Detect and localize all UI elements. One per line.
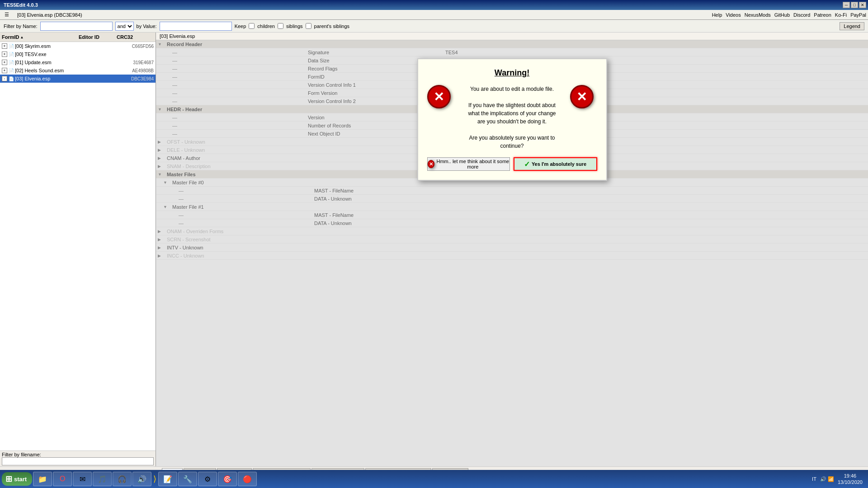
red-x-icon-right: ✕	[570, 85, 594, 108]
warning-icon-right: ✕	[570, 85, 597, 108]
warning-icons-top: ✕ You are about to edit a module file. I…	[427, 85, 597, 150]
filter-by-name-label: Filter by Name:	[4, 23, 38, 29]
filter-bar: Filter by Name: and or not by Value: Kee…	[0, 20, 868, 33]
warning-no-button[interactable]: ✕ Hmm.. let me think about it some more	[427, 157, 510, 171]
red-x-icon-left: ✕	[427, 85, 451, 108]
taskbar-media[interactable]: 🎵	[93, 472, 112, 486]
menu-bar: ☰ [03] Elvenia.esp (DBC3E984) Help Video…	[0, 10, 868, 20]
breadcrumb-bar: [03] Elvenia.esp	[156, 33, 868, 40]
children-checkbox[interactable]	[249, 23, 255, 29]
col-header-editorid[interactable]: Editor ID	[77, 33, 115, 41]
minimize-button[interactable]: ─	[843, 2, 850, 8]
breadcrumb-text: [03] Elvenia.esp	[160, 33, 195, 39]
patreon-link[interactable]: Patreon	[814, 12, 831, 18]
taskbar-headphones[interactable]: 🎧	[113, 472, 132, 486]
warning-buttons: ✕ Hmm.. let me think about it some more …	[427, 157, 597, 171]
filter-name-input[interactable]	[40, 22, 113, 31]
windows-logo: ⊞	[5, 474, 12, 484]
tree-item-crc-heels: AE49808B	[115, 68, 156, 73]
siblings-label: siblings	[286, 23, 303, 29]
file-icon-tesv: 📄	[9, 52, 14, 57]
expand-btn-tesv[interactable]: +	[2, 52, 7, 57]
warning-line4: are you shouldn't be doing it.	[459, 117, 566, 126]
tool1-icon: 🔧	[182, 474, 193, 484]
left-panel-header: FormID ▲ Editor ID CRC32	[0, 33, 156, 42]
clock-time: 19:46	[838, 473, 863, 479]
tree-item-name-tesv: [00] TESV.exe	[15, 52, 115, 57]
and-select[interactable]: and or not	[115, 22, 134, 31]
expand-btn-elvenia[interactable]: -	[2, 76, 7, 81]
filter-filename-input[interactable]	[2, 457, 154, 465]
no-icon: ✕	[428, 160, 435, 168]
yes-button-label: Yes I'm absolutely sure	[532, 161, 586, 167]
taskbar-volume[interactable]: 🔊	[132, 472, 151, 486]
videos-link[interactable]: Videos	[726, 12, 741, 18]
title-bar-controls: ─ □ ✕	[843, 2, 866, 8]
expand-btn-skyrim[interactable]: +	[2, 43, 7, 49]
taskbar-notepad[interactable]: 📝	[158, 472, 177, 486]
start-button[interactable]: ⊞ start	[2, 472, 32, 486]
crc-col-label: CRC32	[117, 34, 133, 40]
maximize-button[interactable]: □	[851, 2, 858, 8]
tree-item-skyrim[interactable]: + 📄 [00] Skyrim.esm C665FD56	[0, 42, 156, 50]
file-icon-elvenia: 📄	[9, 76, 14, 81]
siblings-checkbox[interactable]	[278, 23, 283, 29]
taskbar-app2[interactable]: 🔴	[238, 472, 257, 486]
discord-link[interactable]: Discord	[793, 12, 810, 18]
arrow-icon: ⟩	[153, 474, 156, 484]
explorer-icon: 📁	[37, 474, 48, 484]
clock: 19:46 13/10/2020	[838, 473, 863, 486]
help-link[interactable]: Help	[712, 12, 722, 18]
github-link[interactable]: GitHub	[774, 12, 790, 18]
parents-siblings-label: parent's siblings	[314, 23, 350, 29]
opera-icon: O	[57, 474, 68, 484]
keyboard-layout: IT	[812, 476, 816, 482]
no-button-label: Hmm.. let me think about it some more	[436, 159, 509, 169]
tree-item-name-heels: [02] Heels Sound.esm	[15, 68, 115, 73]
legend-button[interactable]: Legend	[840, 22, 864, 30]
warning-dialog: Warning! ✕ You are about to edit a modul…	[417, 58, 607, 181]
taskbar-app1[interactable]: 🎯	[218, 472, 237, 486]
kofi-link[interactable]: Ko-Fi	[835, 12, 847, 18]
taskbar-right: IT 🔊 📶 19:46 13/10/2020	[812, 473, 866, 486]
expand-btn-heels[interactable]: +	[2, 68, 7, 73]
file-icon-heels: 📄	[9, 68, 14, 73]
tree-item-crc-update: 319E4687	[115, 60, 156, 65]
nexusmods-link[interactable]: NexusMods	[745, 12, 771, 18]
col-header-crc[interactable]: CRC32	[115, 33, 156, 41]
yes-icon: ✓	[524, 160, 530, 169]
main-layout: FormID ▲ Editor ID CRC32 + 📄 [00] Skyrim…	[0, 33, 868, 466]
expand-btn-update[interactable]: +	[2, 60, 7, 65]
parents-siblings-checkbox[interactable]	[306, 23, 311, 29]
taskbar-tool1[interactable]: 🔧	[178, 472, 197, 486]
tree-item-update[interactable]: + 📄 [01] Update.esm 319E4687	[0, 58, 156, 66]
hamburger-menu[interactable]: ☰	[2, 11, 12, 19]
tree-item-name-elvenia: [03] Elvenia.esp	[15, 76, 115, 81]
taskbar-explorer[interactable]: 📁	[33, 472, 52, 486]
taskbar-icons-area: 🔊 📶	[820, 476, 834, 482]
left-panel-footer: Filter by filename:	[0, 450, 156, 466]
app1-icon: 🎯	[222, 474, 233, 484]
filter-filename-label: Filter by filename:	[2, 452, 41, 457]
tree-item-heels[interactable]: + 📄 [02] Heels Sound.esm AE49808B	[0, 66, 156, 75]
paypal-link[interactable]: PayPal	[850, 12, 866, 18]
warning-yes-button[interactable]: ✓ Yes I'm absolutely sure	[514, 157, 597, 171]
taskbar: ⊞ start 📁 O ✉ 🎵 🎧 🔊 ⟩ 📝 🔧 ⚙ 🎯 🔴 IT 🔊 📶 1…	[0, 470, 868, 488]
warning-title: Warning!	[427, 68, 597, 78]
taskbar-opera[interactable]: O	[53, 472, 72, 486]
sort-arrow-formid: ▲	[20, 35, 24, 39]
tree-item-tesv[interactable]: + 📄 [00] TESV.exe	[0, 50, 156, 58]
tree-item-elvenia[interactable]: - 📄 [03] Elvenia.esp DBC3E984	[0, 75, 156, 83]
tree-area: + 📄 [00] Skyrim.esm C665FD56 + 📄 [00] TE…	[0, 42, 156, 450]
col-header-formid[interactable]: FormID ▲	[0, 33, 77, 41]
start-label: start	[14, 476, 27, 483]
filter-value-input[interactable]	[160, 22, 232, 31]
app2-icon: 🔴	[242, 474, 253, 484]
right-panel: [03] Elvenia.esp ▼ Record Header — Signa…	[156, 33, 868, 466]
close-button[interactable]: ✕	[859, 2, 866, 8]
formid-col-label: FormID	[2, 34, 19, 40]
warning-line7: continue?	[459, 142, 566, 150]
taskbar-mail[interactable]: ✉	[73, 472, 92, 486]
warning-line2: If you have the slightest doubt about	[459, 101, 566, 109]
taskbar-tool2[interactable]: ⚙	[198, 472, 217, 486]
